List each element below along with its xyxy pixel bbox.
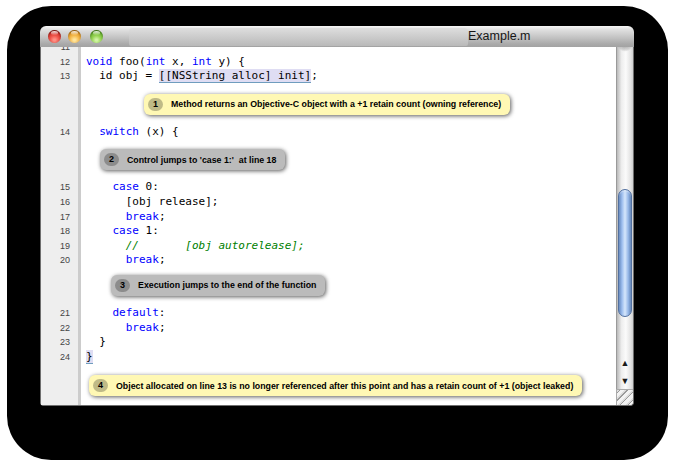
zoom-button[interactable] — [90, 30, 103, 43]
zoom-button-glare — [93, 31, 101, 35]
code-text: void foo(int x, int y) { — [78, 55, 245, 70]
code-segment-keyword: break — [126, 321, 159, 334]
code-line-18: 18 case 1: — [41, 224, 616, 239]
code-rows: 1112void foo(int x, int y) {13 id obj = … — [41, 47, 616, 396]
vertical-scrollbar[interactable]: ▲ ▼ — [616, 47, 633, 390]
line-number: 13 — [41, 69, 78, 84]
code-line-14: 14 switch (x) { — [41, 125, 616, 140]
resize-grip[interactable] — [616, 389, 633, 405]
code-line-23: 23 } — [41, 335, 616, 350]
code-segment-plain: } — [86, 335, 106, 348]
code-segment-plain — [86, 306, 113, 319]
scroll-down-button[interactable]: ▼ — [617, 372, 633, 390]
code-text: default: — [78, 306, 165, 321]
code-segment-plain — [86, 253, 126, 266]
code-segment-plain — [86, 125, 99, 138]
code-text: case 1: — [78, 224, 159, 239]
code-line-24: 24} — [41, 350, 616, 365]
code-segment-plain: 1: — [139, 224, 159, 237]
code-segment-keyword: case — [113, 180, 140, 193]
code-line-19: 19 // [obj autorelease]; — [41, 239, 616, 254]
code-segment-plain: y) { — [212, 55, 245, 68]
close-button-glare — [51, 31, 59, 35]
code-segment-plain: (x) { — [139, 125, 179, 138]
line-number: 22 — [41, 321, 78, 336]
analyzer-report-window: Example.m 1112void foo(int x, int y) {13… — [40, 26, 634, 406]
line-number: 23 — [41, 335, 78, 350]
highlighted-range: [[NSString alloc] init] — [159, 69, 311, 83]
code-text: break; — [78, 253, 166, 268]
code-segment-plain: ; — [159, 210, 166, 223]
scroll-track-top-shadow — [617, 47, 633, 61]
bubble-text: Control jumps to 'case 1:' at line 18 — [127, 155, 276, 165]
line-number: 19 — [41, 239, 78, 254]
line-number: 12 — [41, 55, 78, 70]
highlighted-range: } — [86, 350, 93, 364]
minimize-button[interactable] — [68, 30, 81, 43]
code-text: // [obj autorelease]; — [78, 239, 305, 254]
code-text: case 0: — [78, 180, 159, 195]
line-number: 18 — [41, 224, 78, 239]
code-segment-plain — [86, 321, 126, 334]
code-segment-keyword: void — [86, 55, 113, 68]
code-segment-plain: id obj = — [86, 69, 159, 82]
code-segment-plain: 0: — [139, 180, 159, 193]
code-segment-plain — [86, 180, 113, 193]
window-body: 1112void foo(int x, int y) {13 id obj = … — [40, 47, 634, 406]
path-index-badge: 2 — [104, 153, 119, 166]
code-segment-keyword: default — [113, 306, 159, 319]
line-number: 16 — [41, 195, 78, 210]
code-text: break; — [78, 321, 166, 336]
code-segment-plain: x, — [166, 55, 193, 68]
code-line-15: 15 case 0: — [41, 180, 616, 195]
analyzer-bubble-3: 3Execution jumps to the end of the funct… — [111, 275, 325, 296]
code-text — [78, 47, 86, 55]
minimize-button-glare — [71, 31, 79, 35]
code-line-16: 16 [obj release]; — [41, 195, 616, 210]
line-number: 20 — [41, 253, 78, 268]
code-segment-comment: // [obj autorelease]; — [126, 239, 305, 252]
code-segment-plain: : — [159, 306, 166, 319]
analyzer-bubble-2: 2Control jumps to 'case 1:' at line 18 — [100, 149, 285, 170]
code-segment-plain: foo( — [113, 55, 146, 68]
code-text: } — [78, 350, 93, 365]
code-line-12: 12void foo(int x, int y) { — [41, 55, 616, 70]
source-code-view: 1112void foo(int x, int y) {13 id obj = … — [41, 47, 616, 405]
code-segment-plain: [obj release]; — [86, 195, 218, 208]
code-text: switch (x) { — [78, 125, 179, 140]
titlebar-panel — [129, 28, 468, 46]
code-text: } — [78, 335, 106, 350]
code-segment-keyword: switch — [99, 125, 139, 138]
line-number: 21 — [41, 306, 78, 321]
line-number: 14 — [41, 125, 78, 140]
path-index-badge: 1 — [148, 98, 163, 111]
close-button[interactable] — [48, 30, 61, 43]
code-segment-plain: ; — [159, 253, 166, 266]
code-segment-keyword: int — [146, 55, 166, 68]
bubble-text: Execution jumps to the end of the functi… — [138, 280, 316, 290]
code-text: id obj = [[NSString alloc] init]; — [78, 69, 318, 84]
scroll-up-button[interactable]: ▲ — [617, 354, 633, 372]
code-text: break; — [78, 210, 166, 225]
path-index-badge: 3 — [115, 279, 130, 292]
window-titlebar[interactable]: Example.m — [40, 26, 634, 48]
code-line-22: 22 break; — [41, 321, 616, 336]
line-number: 15 — [41, 180, 78, 195]
code-segment-keyword: break — [126, 210, 159, 223]
slide-canvas: { "window": { "title": "Example.m", "tra… — [0, 0, 675, 467]
code-line-21: 21 default: — [41, 306, 616, 321]
scroll-thumb[interactable] — [618, 189, 632, 317]
slide-frame: Example.m 1112void foo(int x, int y) {13… — [7, 6, 668, 460]
code-segment-plain — [86, 224, 113, 237]
bubble-text: Method returns an Objective-C object wit… — [171, 99, 501, 109]
code-segment-keyword: break — [126, 253, 159, 266]
line-number: 11 — [41, 47, 78, 55]
scroll-arrows: ▲ ▼ — [617, 354, 633, 390]
code-segment-plain — [86, 210, 126, 223]
line-number: 17 — [41, 210, 78, 225]
code-segment-keyword: case — [113, 224, 140, 237]
code-segment-keyword: int — [192, 55, 212, 68]
code-text: [obj release]; — [78, 195, 218, 210]
analyzer-bubble-1: 1Method returns an Objective-C object wi… — [144, 94, 510, 115]
code-line-17: 17 break; — [41, 210, 616, 225]
